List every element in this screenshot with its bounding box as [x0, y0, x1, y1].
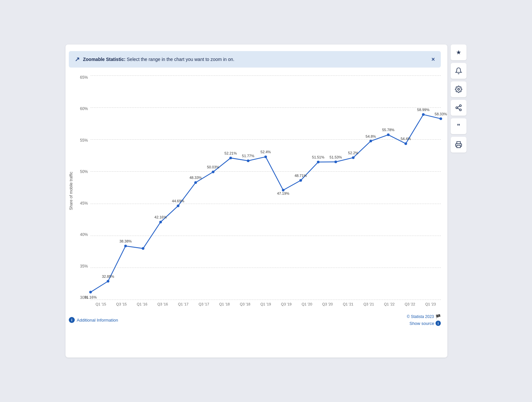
- chart-inner: 65% 60% 55% 50% 45% 40% 35% 30%: [75, 75, 441, 306]
- label-10: 52.4%: [260, 150, 271, 154]
- chart-container: ↗ Zoomable Statistic: Select the range i…: [66, 44, 447, 358]
- y-tick-35: 35%: [75, 264, 88, 268]
- x-tick-4: Q1 '17: [173, 302, 194, 306]
- y-tick-40: 40%: [75, 233, 88, 237]
- x-tick-0: Q1 '15: [91, 302, 111, 306]
- grid-line-30: [91, 300, 441, 300]
- data-point-0: [89, 291, 92, 294]
- zoom-banner: ↗ Zoomable Statistic: Select the range i…: [69, 51, 441, 68]
- quote-button[interactable]: ": [451, 118, 466, 134]
- data-point-18: [405, 142, 407, 145]
- data-point-14: [334, 160, 337, 163]
- additional-info-label: Additional Information: [77, 318, 118, 323]
- share-button[interactable]: [451, 100, 466, 116]
- y-axis-ticks: 65% 60% 55% 50% 45% 40% 35% 30%: [75, 75, 88, 300]
- label-9: 51.77%: [242, 154, 254, 158]
- x-tick-9: Q3 '19: [276, 302, 297, 306]
- y-tick-55: 55%: [75, 138, 88, 142]
- x-tick-3: Q3 '16: [152, 302, 173, 306]
- data-point-17: [387, 133, 389, 136]
- data-point-2: [124, 245, 127, 247]
- sidebar-icons: ★ ": [451, 44, 466, 153]
- x-tick-15: Q3 '22: [400, 302, 420, 306]
- svg-point-1: [458, 88, 460, 90]
- data-point-13: [317, 161, 320, 163]
- label-6: 48.33%: [189, 176, 202, 180]
- label-0: 31.16%: [84, 295, 97, 299]
- data-point-1: [107, 280, 109, 283]
- data-point-3: [142, 247, 145, 250]
- label-12: 48.71%: [295, 174, 307, 178]
- svg-rect-7: [457, 145, 461, 148]
- label-20: 58.33%: [435, 112, 447, 116]
- x-tick-10: Q1 '20: [297, 302, 317, 306]
- x-tick-8: Q1 '19: [255, 302, 276, 306]
- plot-area: 31.16% 32.85% 38.38% 42.16% 44.69% 48.33…: [91, 75, 441, 300]
- page-wrapper: ↗ Zoomable Statistic: Select the range i…: [66, 44, 466, 358]
- star-button[interactable]: ★: [451, 44, 466, 60]
- close-button[interactable]: ×: [431, 56, 435, 63]
- print-button[interactable]: [451, 137, 466, 153]
- zoom-icon: ↗: [75, 56, 80, 63]
- svg-line-5: [458, 108, 460, 109]
- x-tick-12: Q1 '21: [338, 302, 359, 306]
- label-7: 50.03%: [207, 165, 220, 169]
- y-tick-45: 45%: [75, 201, 88, 205]
- label-17: 55.78%: [382, 128, 395, 132]
- data-point-16: [369, 140, 372, 142]
- flag-icon: 🏴: [435, 314, 441, 319]
- y-tick-65: 65%: [75, 75, 88, 79]
- svg-point-2: [460, 105, 462, 107]
- additional-info-button[interactable]: i Additional Information: [69, 317, 118, 323]
- x-tick-2: Q1 '16: [132, 302, 152, 306]
- data-point-4: [159, 221, 162, 223]
- data-point-20: [439, 117, 442, 120]
- svg-point-4: [460, 109, 462, 111]
- line-chart-svg: 31.16% 32.85% 38.38% 42.16% 44.69% 48.33…: [91, 75, 441, 300]
- x-tick-13: Q3 '21: [359, 302, 379, 306]
- label-2: 38.38%: [120, 239, 132, 243]
- y-tick-50: 50%: [75, 170, 88, 174]
- x-tick-7: Q3 '18: [235, 302, 255, 306]
- data-point-9: [247, 159, 250, 162]
- chart-area: Share of mobile traffic 65% 60% 55% 50% …: [69, 75, 441, 306]
- label-18: 54.4%: [401, 137, 411, 141]
- x-tick-5: Q3 '17: [194, 302, 214, 306]
- label-16: 54.8%: [366, 134, 376, 138]
- data-point-15: [352, 156, 355, 159]
- show-source-button[interactable]: Show source i: [410, 321, 441, 326]
- data-point-5: [177, 205, 179, 207]
- data-point-6: [194, 181, 197, 184]
- footer-right: © Statista 2023 🏴 Show source i: [407, 314, 441, 326]
- label-11: 47.19%: [277, 191, 289, 195]
- x-axis: Q1 '15 Q3 '15 Q1 '16 Q3 '16 Q1 '17 Q3 '1…: [91, 302, 441, 306]
- info-icon: i: [69, 317, 75, 323]
- data-point-19: [422, 113, 425, 116]
- data-point-12: [299, 179, 302, 182]
- label-8: 52.21%: [225, 151, 237, 155]
- x-tick-1: Q3 '15: [111, 302, 132, 306]
- label-13: 51.51%: [312, 155, 325, 159]
- chart-line: [91, 115, 441, 292]
- data-point-11: [282, 189, 284, 191]
- svg-point-3: [456, 107, 458, 109]
- y-axis-label: Share of mobile traffic: [69, 172, 73, 210]
- chart-footer: i Additional Information © Statista 2023…: [69, 314, 441, 326]
- label-19: 58.99%: [417, 108, 430, 112]
- gear-button[interactable]: [451, 81, 466, 97]
- source-info-icon: i: [436, 321, 441, 326]
- svg-line-6: [458, 106, 460, 107]
- label-1: 32.85%: [102, 274, 114, 278]
- label-4: 42.16%: [154, 215, 167, 219]
- label-5: 44.69%: [172, 199, 184, 203]
- x-tick-14: Q1 '22: [379, 302, 400, 306]
- statista-credit: © Statista 2023 🏴: [407, 314, 441, 319]
- y-tick-60: 60%: [75, 107, 88, 111]
- zoom-banner-left: ↗ Zoomable Statistic: Select the range i…: [75, 56, 234, 63]
- x-tick-11: Q3 '20: [317, 302, 338, 306]
- bell-button[interactable]: [451, 63, 466, 79]
- data-point-8: [229, 157, 232, 159]
- zoom-text: Zoomable Statistic: Select the range in …: [83, 57, 234, 62]
- x-tick-16: Q1 '23: [420, 302, 441, 306]
- label-14: 51.53%: [330, 155, 342, 159]
